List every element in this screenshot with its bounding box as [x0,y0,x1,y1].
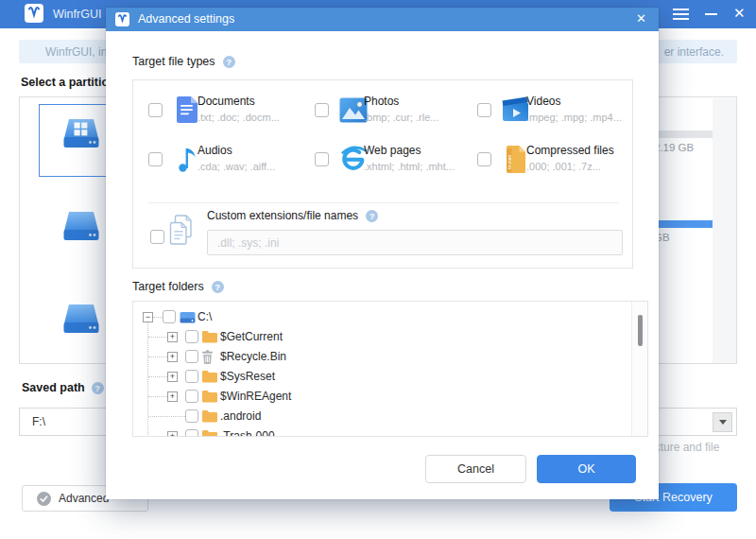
checkbox[interactable] [185,390,198,403]
winfrgui-window: WinfrGUI ✕ WinfrGUI, inv er interface. S… [0,0,756,539]
tree-item-recycle-bin: $Recycle.Bin [133,347,647,367]
checkbox[interactable] [185,409,198,423]
partition-size: 2.19 GB [654,142,694,153]
custom-extensions-label: Custom extensions/file names [207,209,378,222]
windows-drive-icon [60,113,103,156]
close-icon[interactable]: ✕ [733,5,746,22]
custom-extensions-input[interactable] [207,230,623,255]
checkbox[interactable] [315,103,329,117]
expand-icon[interactable] [167,391,178,402]
checkbox[interactable] [163,310,176,323]
menu-icon[interactable] [673,9,689,21]
minimize-icon[interactable] [705,13,717,15]
checkbox[interactable] [185,330,198,343]
expand-icon[interactable] [167,352,178,362]
window-title: WinfrGUI [53,8,101,21]
checkbox[interactable] [185,370,198,383]
file-type-web-pages: Web pages .xhtml; .html; .mht... [315,144,475,176]
checkbox[interactable] [315,152,329,166]
expand-icon[interactable] [167,332,178,342]
expand-icon[interactable] [167,372,178,382]
help-icon[interactable] [223,56,235,68]
file-type-audios: Audios .cda; .wav; .aiff... [148,144,309,176]
checkbox[interactable] [148,103,163,117]
divider [148,202,619,203]
checkbox[interactable] [185,429,198,437]
dialog-title: Advanced settings [138,12,234,26]
checkbox[interactable] [148,152,163,166]
folder-icon [201,330,217,347]
ok-button[interactable]: OK [537,455,636,483]
chevron-down-icon [719,420,727,428]
checkbox[interactable] [185,350,198,363]
tree-item-android: .android [133,407,647,426]
dialog-header: Advanced settings ✕ [106,8,659,31]
app-logo-icon [115,12,129,26]
app-logo-icon [25,4,43,23]
close-icon[interactable]: ✕ [636,11,646,26]
checkbox[interactable] [477,152,491,166]
cancel-button[interactable]: Cancel [425,455,526,483]
folder-icon [201,390,217,407]
folder-tree: C:\ $GetCurrent [132,301,648,437]
drive-icon [180,310,196,327]
advanced-settings-dialog: Advanced settings ✕ Target file types [106,8,659,499]
svg-text:WinRAR: WinRAR [507,154,512,168]
folder-icon [201,429,217,437]
tree-item-sysreset: $SysReset [133,367,647,387]
file-type-compressed: WinRAR Compressed files .000; .001; .7z.… [477,144,638,176]
help-icon[interactable] [92,382,104,394]
file-types-section-label: Target file types [132,55,235,68]
drive-icon [60,298,103,341]
drive-icon [60,205,103,249]
custom-files-icon [167,214,196,253]
folders-section-label: Target folders [132,280,224,293]
tree-scrollbar[interactable] [631,302,647,437]
collapse-icon[interactable] [143,312,153,322]
checkbox[interactable] [477,103,491,117]
file-types-box: Documents .txt; .doc; .docm... Photos .b… [132,79,633,269]
banner-text-left: WinfrGUI, inv [45,45,112,59]
file-type-documents: Documents .txt; .doc; .docm... [148,95,309,127]
help-icon[interactable] [366,210,378,222]
tree-item-c-drive: C:\ [133,307,647,327]
tree-scrollbar-thumb[interactable] [638,315,643,346]
recycle-bin-icon [201,350,214,368]
file-type-videos: Videos .mpeg; .mpg; .mp4... [477,95,638,127]
folder-icon [201,409,217,426]
custom-extensions-checkbox[interactable] [150,230,164,244]
expand-icon[interactable] [167,431,178,437]
folder-icon [201,370,217,387]
partition-scrollbar[interactable] [713,98,736,363]
saved-path-label: Saved path [22,381,104,394]
file-type-photos: Photos .bmp; .cur; .rle... [315,95,475,127]
banner-text-right: er interface. [664,45,724,59]
tree-item-winreagent: $WinREAgent [133,387,647,407]
check-circle-icon [37,492,51,510]
tree-item-getcurrent: $GetCurrent [133,327,647,347]
saved-path-dropdown-button[interactable] [713,412,732,432]
help-icon[interactable] [212,281,224,293]
tree-item-trash: .Trash-000 [133,426,647,437]
